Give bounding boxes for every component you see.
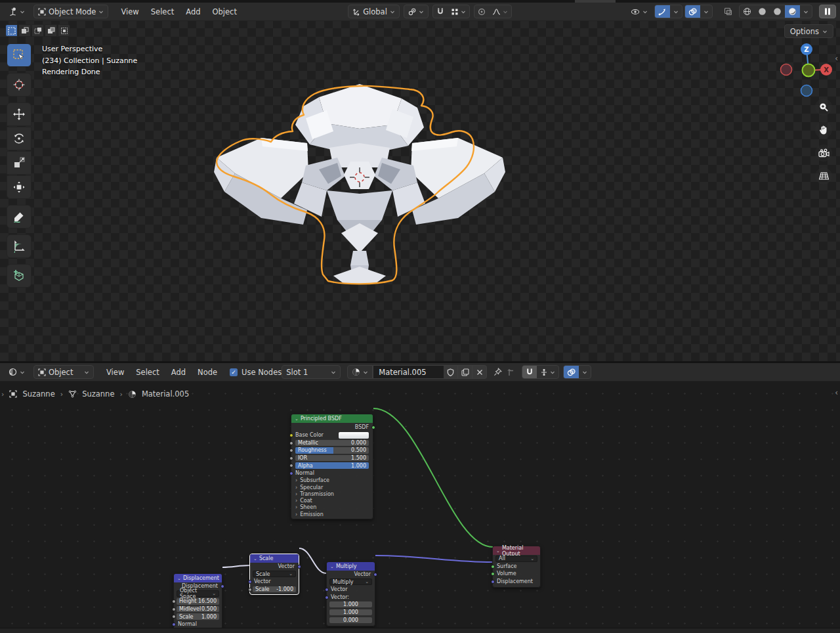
section-emission[interactable]: Emission [291,511,373,517]
select-intersect-button[interactable] [58,24,70,37]
socket-scale-factor[interactable] [248,588,252,592]
material-slot-dropdown[interactable]: Slot 1 [282,365,341,379]
output-target-dropdown[interactable]: All⌄ [495,556,537,562]
tool-rotate[interactable] [7,127,32,150]
socket-metallic[interactable] [289,441,293,445]
menu-object[interactable]: Object [207,5,243,18]
vector-z-field[interactable]: 0.000 [329,617,372,624]
socket-displacement-in[interactable] [491,580,495,584]
socket-volume-in[interactable] [491,572,495,576]
shader-overlays-dropdown[interactable] [579,366,591,378]
shading-wireframe-button[interactable] [740,5,755,18]
socket-surface-in[interactable] [491,565,495,569]
socket-disp-normal[interactable] [172,622,176,626]
scale-slider[interactable]: Scale 1.000 [177,613,219,620]
node-vector-scale[interactable]: ⌄ Scale Vector Scale⌄ Vector Scale -1.00… [249,554,299,595]
proportional-falloff-dropdown[interactable] [489,5,511,18]
socket-scale-out[interactable] [297,565,301,569]
socket-multiply-vector-in[interactable] [325,588,329,592]
use-nodes-checkbox[interactable]: ✓ [230,368,238,376]
tool-add-primitive[interactable] [7,264,32,288]
socket-normal[interactable] [289,471,293,475]
socket-multiply-vector2-in[interactable] [325,596,329,600]
gizmos-dropdown[interactable] [670,5,682,18]
collapse-icon[interactable]: ⌄ [253,556,257,561]
alpha-slider[interactable]: Alpha 1.000 [295,462,369,469]
scale-factor-slider[interactable]: Scale -1.000 [253,586,296,593]
node-displacement[interactable]: ⌄ Displacement Displacement Object Space… [173,573,222,628]
unlink-material-button[interactable] [472,365,487,379]
socket-roughness[interactable] [289,448,293,452]
show-overlays-toggle[interactable] [685,5,700,18]
socket-displacement-out[interactable] [220,584,224,588]
shading-rendered-button[interactable] [785,5,800,18]
tool-measure[interactable] [7,234,32,258]
transform-orientation-dropdown[interactable]: Global [348,5,400,18]
section-specular[interactable]: Specular [291,484,373,491]
collapse-icon[interactable]: ⌄ [295,416,299,421]
ior-slider[interactable]: IOR 1.500 [295,455,369,462]
zoom-button[interactable] [815,98,832,116]
options-dropdown[interactable]: Options [784,24,833,38]
pivot-point-dropdown[interactable] [404,5,429,18]
collapse-icon[interactable]: ⌄ [330,564,334,569]
section-transmission[interactable]: Transmission [291,491,373,497]
section-subsurface[interactable]: Subsurface [291,477,373,484]
vector-math-operation-dropdown[interactable]: Multiply⌄ [329,578,372,585]
socket-scale-vector-in[interactable] [248,580,252,584]
collapse-icon[interactable]: ⌄ [177,576,181,580]
section-coat[interactable]: Coat [291,497,373,504]
vector-x-field[interactable]: 1.000 [329,601,372,608]
socket-height[interactable] [172,600,176,603]
base-color-swatch[interactable] [339,432,369,439]
show-gizmos-toggle[interactable] [655,5,670,18]
pause-render-button[interactable] [819,5,836,18]
editor-type-selector[interactable] [4,5,30,18]
socket-disp-scale[interactable] [172,615,176,619]
camera-view-button[interactable] [815,144,832,162]
midlevel-slider[interactable]: Midlevel 0.500 [177,606,219,613]
tool-annotate[interactable] [7,205,32,229]
vector-y-field[interactable]: 1.000 [329,609,372,616]
snap-toggle[interactable] [433,5,448,18]
shader-snap-target-dropdown[interactable] [537,366,558,378]
node-vector-multiply[interactable]: ⌄ Multiply Vector Multiply⌄ Vector Vecto… [326,561,375,626]
viewport-sidebar-toggle[interactable]: ‹ [835,54,838,63]
shader-menu-select[interactable]: Select [130,366,165,379]
overlays-dropdown[interactable] [700,5,712,18]
tool-cursor[interactable] [7,73,32,97]
shader-editor[interactable]: Object View Select Add Node ✓ Use Nodes … [0,361,840,628]
socket-multiply-out[interactable] [373,573,377,577]
select-invert-button[interactable] [45,24,57,37]
pan-button[interactable] [815,121,832,139]
menu-view[interactable]: View [115,5,144,18]
shader-type-dropdown[interactable]: Object [33,365,94,379]
collapse-icon[interactable]: ⌄ [496,548,500,553]
socket-midlevel[interactable] [172,607,176,611]
shader-menu-view[interactable]: View [100,366,130,379]
node-principled-bsdf[interactable]: ⌄ Principled BSDF BSDF Base Color Metall… [291,414,373,519]
socket-ior[interactable] [289,456,293,460]
section-sheen[interactable]: Sheen [291,504,373,511]
select-set-button[interactable] [5,24,18,37]
shading-dropdown[interactable] [800,5,812,18]
tool-scale[interactable] [7,151,32,175]
viewport-3d[interactable]: Z X Object Mode View Select Add Object [0,3,840,361]
shading-material-button[interactable] [770,5,785,18]
metallic-slider[interactable]: Metallic 0.000 [295,440,369,447]
node-material-output[interactable]: ⌄ Material Output All⌄ Surface Volume Di… [492,546,541,588]
tool-transform[interactable] [7,175,32,199]
menu-add[interactable]: Add [180,5,206,18]
select-subtract-button[interactable] [32,24,44,37]
tool-select-box[interactable] [7,43,32,67]
tool-move[interactable] [7,102,32,126]
fake-user-button[interactable] [444,365,458,379]
socket-alpha[interactable] [289,464,293,468]
shading-solid-button[interactable] [755,5,770,18]
pin-icon[interactable] [494,368,502,376]
material-name-field[interactable]: Material.005 [373,365,444,379]
object-visibility-dropdown[interactable] [626,5,652,18]
roughness-slider[interactable]: Roughness 0.500 [295,447,369,454]
material-browse-dropdown[interactable] [347,365,373,379]
menu-select[interactable]: Select [145,5,180,18]
